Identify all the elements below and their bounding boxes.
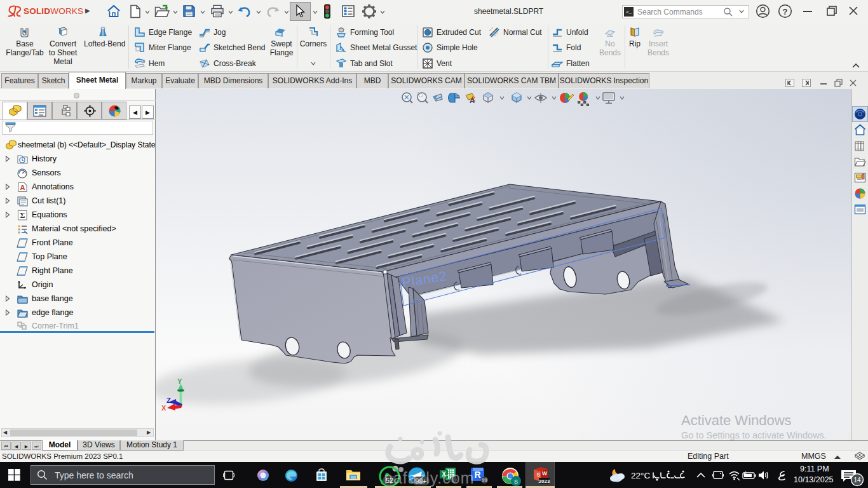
svg-text:S: S	[537, 471, 541, 478]
svg-text:?: ?	[783, 7, 788, 17]
svg-text:X: X	[161, 404, 166, 412]
svg-text:Go to Settings to activate Win: Go to Settings to activate Windows.	[681, 430, 827, 440]
svg-text:Y: Y	[177, 377, 182, 385]
svg-text:Z: Z	[166, 396, 171, 404]
svg-text:Σ: Σ	[20, 211, 25, 220]
svg-text:R: R	[474, 470, 480, 480]
svg-text:A: A	[20, 184, 25, 191]
svg-text:SOLIDWORKS: SOLIDWORKS	[24, 6, 83, 16]
svg-text:W: W	[542, 470, 548, 477]
svg-text:Activate Windows: Activate Windows	[681, 412, 792, 428]
svg-text:S: S	[514, 478, 518, 485]
svg-text:99: 99	[482, 477, 487, 483]
svg-text:14: 14	[853, 477, 861, 484]
svg-text:2023: 2023	[539, 478, 550, 484]
